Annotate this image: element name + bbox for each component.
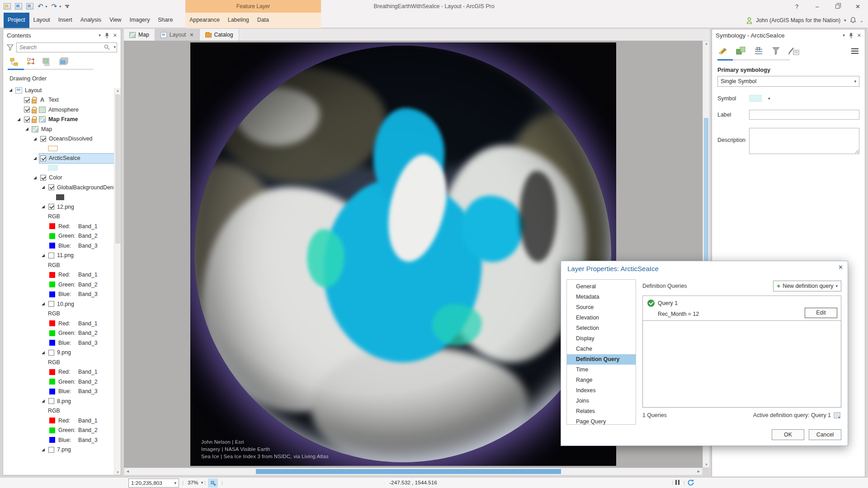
- restore-button[interactable]: [827, 0, 848, 13]
- gray-symbol-swatch[interactable]: [56, 194, 64, 200]
- ribbon-tab-project[interactable]: Project: [4, 13, 29, 28]
- zoom-level-control[interactable]: 37% ▾: [188, 479, 203, 486]
- ribbon-tab-insert[interactable]: Insert: [54, 13, 76, 28]
- visibility-checkbox[interactable]: [24, 117, 30, 122]
- expander-icon[interactable]: [17, 118, 20, 121]
- layer-label[interactable]: 12.png: [57, 204, 74, 210]
- layer-label[interactable]: 8.png: [57, 398, 71, 404]
- menu-icon[interactable]: [851, 48, 859, 54]
- new-project-icon[interactable]: [15, 3, 22, 9]
- layer-label[interactable]: Atmosphere: [48, 107, 79, 113]
- layer-item-arcticseaice[interactable]: ArcticSeaIce: [3, 154, 114, 164]
- layer-label[interactable]: Layout: [25, 87, 42, 94]
- expander-icon[interactable]: [33, 137, 37, 141]
- undo-dropdown-icon[interactable]: ▾: [46, 5, 47, 9]
- scroll-right-icon[interactable]: ►: [697, 469, 701, 474]
- new-definition-query-button[interactable]: + New definition query ▾: [773, 281, 841, 291]
- redo-icon[interactable]: ↷: [52, 3, 57, 9]
- dialog-nav-joins[interactable]: Joins: [567, 396, 636, 406]
- ribbon-tab-layout[interactable]: Layout: [29, 13, 54, 28]
- oceans-symbol-swatch[interactable]: [48, 145, 58, 151]
- canvas-horizontal-scrollbar[interactable]: ◄ ►: [124, 468, 703, 475]
- help-button[interactable]: ?: [787, 0, 807, 13]
- expander-icon[interactable]: [33, 176, 37, 179]
- dialog-nav-general[interactable]: General: [567, 282, 636, 292]
- list-by-drawing-order-icon[interactable]: [9, 57, 19, 67]
- scroll-up-icon[interactable]: ▲: [703, 42, 710, 46]
- dialog-nav-relates[interactable]: Relates: [567, 406, 636, 417]
- layer-item-text[interactable]: AText: [3, 95, 114, 105]
- edit-query-button[interactable]: Edit: [805, 308, 837, 318]
- symbol-dropdown-icon[interactable]: ▾: [768, 96, 770, 101]
- collapse-ribbon-icon[interactable]: ⌄: [860, 18, 863, 23]
- layer-label[interactable]: Color: [49, 174, 62, 181]
- expander-icon[interactable]: [42, 448, 45, 451]
- dialog-nav-time[interactable]: Time: [567, 365, 636, 375]
- visibility-checkbox[interactable]: [40, 136, 46, 142]
- scale-based-symbology-icon[interactable]: [788, 46, 800, 56]
- dialog-nav-metadata[interactable]: Metadata: [567, 292, 636, 302]
- expander-icon[interactable]: [42, 302, 45, 305]
- layer-label[interactable]: 9.png: [57, 349, 71, 356]
- panel-close-icon[interactable]: ✕: [113, 33, 117, 38]
- visibility-checkbox[interactable]: [40, 175, 46, 181]
- panel-menu-icon[interactable]: ▾: [99, 33, 101, 38]
- scroll-down-icon[interactable]: ▼: [703, 463, 710, 467]
- dialog-nav-indexes[interactable]: Indexes: [567, 385, 636, 396]
- dialog-close-icon[interactable]: ✕: [838, 264, 843, 271]
- layer-label[interactable]: OceansDissolved: [49, 136, 92, 142]
- layer-item-11-png[interactable]: 11.png: [3, 251, 114, 261]
- expander-icon[interactable]: [33, 157, 37, 160]
- symbol-swatch[interactable]: [749, 95, 762, 102]
- filter-symbols-icon[interactable]: [770, 46, 782, 56]
- description-input[interactable]: [749, 128, 859, 154]
- layer-item-map[interactable]: Map: [3, 124, 114, 134]
- visibility-checkbox[interactable]: [48, 184, 54, 190]
- redo-dropdown-icon[interactable]: ▾: [59, 5, 61, 9]
- account-name[interactable]: John (ArcGIS Maps for the Nation): [756, 17, 840, 23]
- layer-label[interactable]: Text: [48, 97, 59, 103]
- ribbon-tab-share[interactable]: Share: [154, 13, 177, 28]
- close-button[interactable]: ✕: [848, 0, 868, 13]
- unlocked-icon[interactable]: [31, 97, 38, 103]
- layer-item-layout[interactable]: Layout: [3, 85, 114, 95]
- layer-item-atmosphere[interactable]: Atmosphere: [3, 105, 114, 115]
- layer-label[interactable]: GlobalBackgroundDensified: [57, 184, 121, 191]
- layer-label[interactable]: Map: [41, 126, 52, 132]
- scale-select[interactable]: 1:20,235,803 ▾: [128, 479, 179, 488]
- visibility-checkbox[interactable]: [48, 253, 54, 258]
- list-by-source-icon[interactable]: [25, 57, 36, 67]
- ribbon-tab-imagery[interactable]: Imagery: [126, 13, 154, 28]
- contents-scrollbar[interactable]: ▲ ▼: [114, 88, 121, 475]
- expander-icon[interactable]: [42, 205, 45, 208]
- layer-item-8-png[interactable]: 8.png: [3, 396, 114, 406]
- visibility-checkbox[interactable]: [48, 398, 54, 404]
- layer-item-color[interactable]: Color: [3, 173, 114, 183]
- query-log-icon[interactable]: [834, 412, 841, 418]
- scroll-down-icon[interactable]: ▼: [114, 470, 121, 474]
- dialog-nav-display[interactable]: Display: [567, 333, 636, 344]
- filter-icon[interactable]: [7, 44, 14, 51]
- layer-item-7-png[interactable]: 7.png: [3, 445, 114, 455]
- query-item[interactable]: Query 1 Rec_Month = 12 Edit: [642, 296, 841, 321]
- pin-icon[interactable]: [104, 33, 109, 38]
- pin-icon[interactable]: [849, 33, 854, 38]
- visibility-checkbox[interactable]: [48, 204, 54, 210]
- layer-label[interactable]: 10.png: [57, 301, 74, 307]
- expander-icon[interactable]: [42, 351, 45, 354]
- expander-icon[interactable]: [9, 89, 12, 92]
- minimize-button[interactable]: –: [807, 0, 827, 13]
- list-by-editing-icon[interactable]: [59, 57, 70, 67]
- open-project-icon[interactable]: [4, 3, 11, 9]
- symbol-layer-drawing-icon[interactable]: [753, 46, 764, 56]
- view-tab-catalog[interactable]: Catalog: [200, 29, 239, 41]
- dialog-nav-cache[interactable]: Cache: [567, 344, 636, 354]
- primary-symbology-icon[interactable]: [717, 46, 729, 56]
- ok-button[interactable]: OK: [772, 429, 804, 440]
- save-project-icon[interactable]: [26, 3, 33, 9]
- dialog-nav-selection[interactable]: Selection: [567, 323, 636, 333]
- layer-item-map frame[interactable]: Map Frame: [3, 115, 114, 125]
- panel-close-icon[interactable]: ✕: [857, 33, 861, 38]
- dialog-nav-page-query[interactable]: Page Query: [567, 417, 636, 427]
- dialog-nav-range[interactable]: Range: [567, 375, 636, 385]
